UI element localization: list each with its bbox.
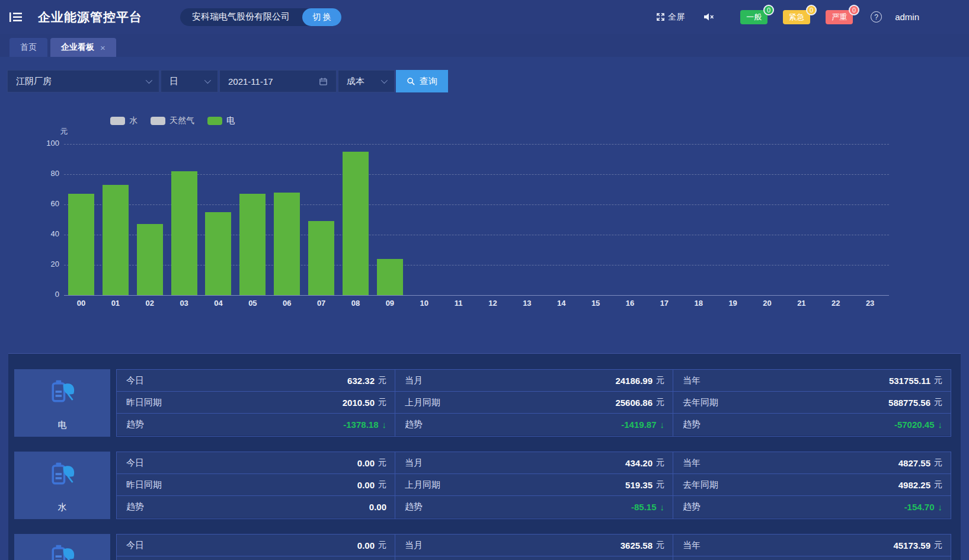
stat-label: 当月 [405, 375, 423, 386]
menu-toggle-icon[interactable] [9, 12, 23, 23]
site-select[interactable]: 江阴厂房 [7, 70, 159, 92]
alarm-chip-general[interactable]: 一般0 [740, 10, 767, 24]
user-menu[interactable]: admin [895, 12, 919, 22]
help-icon[interactable]: ? [871, 11, 882, 23]
x-tick-label: 02 [133, 299, 167, 308]
chevron-down-icon [204, 77, 211, 84]
stat-cell: 当年531755.11元 [673, 370, 951, 392]
stat-value: 0.00 [357, 540, 375, 551]
stat-label: 今日 [126, 457, 144, 469]
switch-company-button[interactable]: 切 换 [302, 8, 341, 26]
tab-bar: 首页企业看板× [0, 34, 969, 57]
tab-label: 企业看板 [61, 42, 94, 53]
company-select[interactable]: 安科瑞电气股份有限公司 切 换 [180, 8, 341, 26]
y-tick-label: 20 [18, 260, 59, 268]
tab-label: 首页 [20, 42, 37, 53]
alarm-chip-urgent[interactable]: 紧急0 [783, 10, 810, 24]
x-tick-label: 06 [270, 299, 304, 308]
stat-cell: 昨日同期2010.50元 [117, 392, 395, 414]
y-tick-label: 40 [18, 229, 59, 238]
stat-cell [395, 556, 673, 560]
legend-label: 水 [129, 116, 137, 126]
bar-08 [343, 152, 369, 295]
stat-cell: 今日632.32元 [117, 370, 395, 392]
energy-stats-panel: 电今日632.32元昨日同期2010.50元趋势-1378.18↓当月24186… [8, 353, 961, 560]
alarm-chips: 一般0紧急0严重0 [740, 10, 853, 24]
tab-1[interactable]: 企业看板× [50, 38, 116, 57]
stat-value: -154.70 [904, 502, 935, 512]
query-button[interactable]: 查询 [396, 70, 448, 92]
stat-column: 当月3625.58元 [395, 535, 673, 560]
bar-03 [171, 171, 197, 295]
stat-value: -57020.45 [894, 420, 935, 430]
legend-item-gas[interactable]: 天然气 [151, 116, 194, 126]
stat-value: 2010.50 [343, 398, 375, 408]
stat-unit: 元 [934, 479, 942, 490]
stat-column: 当月434.20元上月同期519.35元趋势-85.15↓ [395, 452, 673, 519]
stat-label: 趋势 [683, 419, 701, 430]
metric-select[interactable]: 成本 [338, 70, 395, 92]
stat-label: 昨日同期 [126, 397, 162, 408]
legend-item-electric[interactable]: 电 [207, 116, 235, 126]
tab-0[interactable]: 首页 [9, 38, 47, 57]
energy-row-water: 水今日0.00元昨日同期0.00元趋势0.00当月434.20元上月同期519.… [14, 452, 951, 519]
x-tick-label: 14 [544, 299, 578, 308]
alarm-chip-critical[interactable]: 严重0 [826, 10, 853, 24]
stat-value: -1378.18 [343, 420, 378, 430]
app-header: 企业能源管控平台 安科瑞电气股份有限公司 切 换 全屏 一般0紧急0严重0 ? … [0, 0, 969, 34]
stat-cell: 当月24186.99元 [395, 370, 673, 392]
stat-unit: 元 [656, 375, 664, 386]
header-actions: 全屏 一般0紧急0严重0 ? admin [656, 10, 969, 24]
gridline [64, 144, 889, 145]
energy-stats-grid: 今日0.00元当月3625.58元当年45173.59元 [116, 534, 951, 560]
stat-cell: 趋势-85.15↓ [395, 496, 673, 518]
stat-value: 45173.59 [893, 540, 930, 551]
stat-label: 趋势 [683, 501, 701, 513]
stat-unit: 元 [378, 540, 386, 551]
energy-stats-grid: 今日632.32元昨日同期2010.50元趋势-1378.18↓当月24186.… [116, 369, 951, 437]
stat-unit: 元 [934, 375, 942, 386]
energy-row-third: 今日0.00元当月3625.58元当年45173.59元 [14, 534, 951, 560]
stat-value: 0.00 [357, 458, 375, 468]
x-tick-label: 03 [167, 299, 202, 308]
stat-cell: 上月同期519.35元 [395, 474, 673, 496]
date-picker[interactable]: 2021-11-17 [219, 70, 337, 92]
battery-leaf-icon [46, 375, 79, 411]
bar-05 [239, 194, 266, 295]
x-tick-label: 21 [784, 299, 818, 308]
stat-unit: 元 [378, 397, 386, 408]
stat-unit: 元 [378, 375, 386, 386]
speaker-muted-icon [703, 12, 714, 21]
stat-label: 昨日同期 [126, 479, 162, 491]
stat-cell: 去年同期4982.25元 [673, 474, 951, 496]
stat-unit: 元 [378, 457, 386, 468]
stat-cell: 当月3625.58元 [395, 535, 673, 556]
site-select-value: 江阴厂房 [16, 76, 52, 87]
energy-row-electric: 电今日632.32元昨日同期2010.50元趋势-1378.18↓当月24186… [14, 369, 951, 437]
stat-cell: 今日0.00元 [117, 452, 395, 474]
period-select[interactable]: 日 [161, 70, 218, 92]
stat-label: 上月同期 [405, 479, 440, 491]
stat-unit: 元 [656, 457, 664, 468]
metric-select-value: 成本 [347, 76, 364, 87]
stat-label: 趋势 [405, 501, 423, 513]
stat-value: 434.20 [625, 458, 653, 468]
tab-close-icon[interactable]: × [100, 43, 105, 53]
chevron-down-icon [146, 77, 152, 84]
x-tick-label: 17 [647, 299, 682, 308]
stat-cell: 当年4827.55元 [673, 452, 951, 474]
fullscreen-button[interactable]: 全屏 [656, 12, 685, 23]
stat-cell [673, 556, 951, 560]
mute-button[interactable] [703, 12, 714, 21]
stat-column: 今日632.32元昨日同期2010.50元趋势-1378.18↓ [117, 370, 395, 436]
stat-value: 24186.99 [615, 376, 653, 386]
y-tick-label: 80 [18, 169, 59, 178]
alarm-count-badge: 0 [849, 5, 859, 15]
legend-item-water[interactable]: 水 [110, 116, 137, 126]
stat-value: 25606.86 [615, 398, 653, 408]
alarm-count-badge: 0 [806, 5, 817, 15]
x-tick-label: 19 [716, 299, 750, 308]
date-value: 2021-11-17 [228, 76, 273, 87]
x-tick-label: 00 [64, 299, 98, 308]
stat-cell: 趋势-1419.87↓ [395, 414, 673, 436]
